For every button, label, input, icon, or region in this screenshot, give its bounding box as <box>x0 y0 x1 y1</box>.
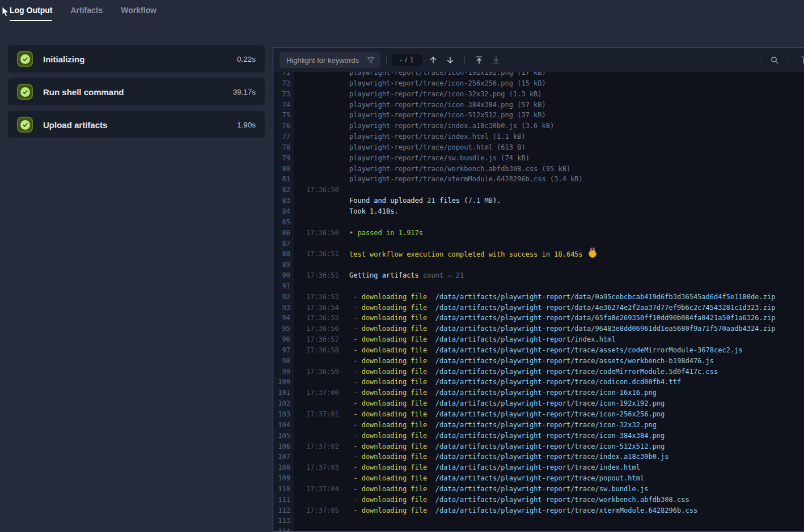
line-timestamp <box>306 110 340 121</box>
line-number[interactable]: 74 <box>273 100 290 110</box>
line-number[interactable]: 108 <box>273 462 290 473</box>
line-content: - downloading file /data/artifacts/playw… <box>349 441 665 452</box>
line-number[interactable]: 82 <box>273 185 290 195</box>
log-body[interactable]: 71playwright-report/trace/icon-192x192.p… <box>273 72 804 531</box>
line-number[interactable]: 84 <box>273 206 290 217</box>
arrow-down-icon <box>446 56 455 65</box>
log-line: 10817:37:03 - downloading file /data/art… <box>273 462 804 473</box>
highlight-keywords-button[interactable]: Highlight for keywords <box>280 52 380 68</box>
log-line: 84Took 1.418s. <box>273 206 804 217</box>
log-line: 109 - downloading file /data/artifacts/p… <box>273 473 804 484</box>
tab-artifacts[interactable]: Artifacts <box>70 6 103 21</box>
line-number[interactable]: 101 <box>273 388 290 398</box>
success-check-icon <box>17 117 33 133</box>
line-number[interactable]: 94 <box>273 313 290 324</box>
line-number[interactable]: 114 <box>273 526 290 531</box>
line-number[interactable]: 75 <box>273 110 290 121</box>
step-card[interactable]: Initializing 0.22s <box>8 45 265 73</box>
scroll-to-top-icon <box>475 56 484 65</box>
log-line: 10317:37:01 - downloading file /data/art… <box>273 409 804 420</box>
clipped-toolbar-icon[interactable] <box>801 56 804 65</box>
line-number[interactable]: 71 <box>273 72 290 78</box>
line-number[interactable]: 85 <box>273 217 290 228</box>
line-content: playwright-report/trace/index.a18c30b0.j… <box>349 121 554 131</box>
log-line: 11017:37:04 - downloading file /data/art… <box>273 484 804 495</box>
log-line: 81playwright-report/trace/xtermModule.64… <box>273 174 804 185</box>
line-timestamp <box>306 473 340 484</box>
line-number[interactable]: 113 <box>273 516 290 526</box>
line-content: - downloading file /data/artifacts/playw… <box>349 398 665 409</box>
line-timestamp: 17:36:57 <box>306 334 340 345</box>
log-line: 9917:36:59 - downloading file /data/arti… <box>273 367 804 377</box>
line-content: playwright-report/trace/icon-256x256.png… <box>349 78 546 89</box>
log-line: 9417:36:55 - downloading file /data/arti… <box>273 313 804 324</box>
line-number[interactable]: 73 <box>273 89 290 100</box>
previous-match-button[interactable] <box>426 54 440 66</box>
line-content: - downloading file /data/artifacts/playw… <box>349 356 714 367</box>
line-number[interactable]: 107 <box>273 452 290 462</box>
line-number[interactable]: 106 <box>273 441 290 452</box>
line-number[interactable]: 104 <box>273 420 290 431</box>
line-number[interactable]: 103 <box>273 409 290 420</box>
log-rows: 71playwright-report/trace/icon-192x192.p… <box>273 72 804 531</box>
line-number[interactable]: 102 <box>273 398 290 409</box>
line-number[interactable]: 87 <box>273 239 290 249</box>
line-number[interactable]: 112 <box>273 505 290 516</box>
line-number[interactable]: 80 <box>273 164 290 175</box>
search-match-counter: - / 1 <box>392 54 422 66</box>
tab-log-output[interactable]: Log Output <box>10 6 52 21</box>
line-number[interactable]: 78 <box>273 142 290 153</box>
line-number[interactable]: 86 <box>273 228 290 239</box>
step-label: Upload artifacts <box>43 120 237 130</box>
line-number[interactable]: 110 <box>273 484 290 495</box>
line-number[interactable]: 91 <box>273 281 290 292</box>
tab-workflow[interactable]: Workflow <box>121 6 156 21</box>
step-card[interactable]: Run shell command 39.17s <box>8 78 265 105</box>
line-content: playwright-report/trace/icon-32x32.png (… <box>349 89 542 100</box>
log-line: 8817:36:51test workflow execution comple… <box>273 249 804 259</box>
line-number[interactable]: 72 <box>273 78 290 89</box>
line-number[interactable]: 98 <box>273 356 290 367</box>
next-match-button[interactable] <box>443 54 457 66</box>
line-content: playwright-report/trace/popout.html (613… <box>349 142 526 153</box>
line-timestamp: 17:37:02 <box>306 441 340 452</box>
line-number[interactable]: 93 <box>273 303 290 313</box>
line-number[interactable]: 89 <box>273 259 290 270</box>
line-number[interactable]: 76 <box>273 121 290 131</box>
log-line: 9217:36:53 - downloading file /data/arti… <box>273 292 804 303</box>
line-number[interactable]: 99 <box>273 367 290 377</box>
step-card[interactable]: Upload artifacts 1.90s <box>8 111 265 138</box>
log-line: 111 - downloading file /data/artifacts/p… <box>273 495 804 505</box>
line-timestamp <box>306 281 340 292</box>
line-number[interactable]: 97 <box>273 345 290 356</box>
line-timestamp <box>306 239 340 249</box>
line-number[interactable]: 111 <box>273 495 290 505</box>
line-content: playwright-report/trace/workbench.abfdb3… <box>349 164 570 175</box>
scroll-to-bottom-button[interactable] <box>489 54 503 66</box>
line-number[interactable]: 100 <box>273 377 290 388</box>
scroll-to-top-button[interactable] <box>472 54 486 66</box>
line-number[interactable]: 79 <box>273 153 290 164</box>
log-line: 100 - downloading file /data/artifacts/p… <box>273 377 804 388</box>
line-content: • passed in 1.917s <box>349 228 423 239</box>
log-line: 74playwright-report/trace/icon-384x384.p… <box>273 100 804 110</box>
line-number[interactable]: 95 <box>273 324 290 334</box>
line-content: playwright-report/trace/icon-384x384.png… <box>349 100 546 110</box>
line-content: - downloading file /data/artifacts/playw… <box>349 420 657 431</box>
line-content: - downloading file /data/artifacts/playw… <box>349 345 743 356</box>
line-number[interactable]: 81 <box>273 174 290 185</box>
line-timestamp: 17:37:03 <box>306 462 340 473</box>
line-timestamp <box>306 431 340 441</box>
line-number[interactable]: 92 <box>273 292 290 303</box>
log-line: 10617:37:02 - downloading file /data/art… <box>273 441 804 452</box>
line-number[interactable]: 90 <box>273 270 290 281</box>
line-content: - downloading file /data/artifacts/playw… <box>349 495 689 505</box>
line-number[interactable]: 88 <box>273 249 290 259</box>
funnel-icon <box>367 56 375 64</box>
line-number[interactable]: 83 <box>273 195 290 206</box>
line-number[interactable]: 109 <box>273 473 290 484</box>
line-number[interactable]: 96 <box>273 334 290 345</box>
line-number[interactable]: 77 <box>273 131 290 142</box>
search-button[interactable] <box>768 54 781 66</box>
line-number[interactable]: 105 <box>273 431 290 441</box>
